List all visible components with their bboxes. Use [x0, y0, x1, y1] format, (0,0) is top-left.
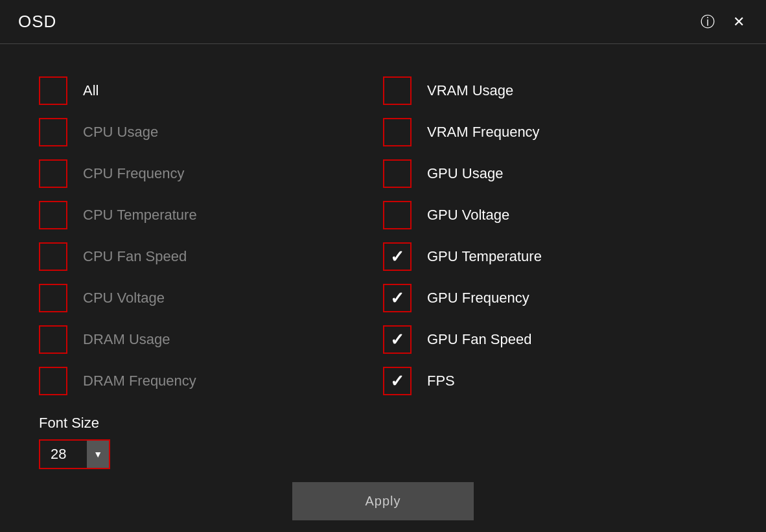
checkbox-label-cpu-voltage: CPU Voltage	[83, 290, 165, 306]
checkbox-row-vram-usage: VRAM Usage	[383, 70, 727, 111]
window-title: OSD	[18, 12, 56, 32]
checkboxes-area: AllCPU UsageCPU FrequencyCPU Temperature…	[39, 70, 727, 402]
font-size-arrow[interactable]: ▼	[87, 441, 109, 468]
checkbox-row-dram-usage: DRAM Usage	[39, 319, 383, 360]
checkbox-row-gpu-fan-speed: ✓GPU Fan Speed	[383, 319, 727, 360]
checkbox-vram-usage[interactable]	[383, 76, 412, 105]
checkbox-label-gpu-temperature: GPU Temperature	[427, 248, 542, 265]
apply-button[interactable]: Apply	[292, 482, 474, 520]
checkbox-gpu-voltage[interactable]	[383, 201, 412, 229]
checkbox-label-fps: FPS	[427, 373, 455, 389]
checkbox-label-gpu-usage: GPU Usage	[427, 165, 503, 182]
checkbox-label-all: All	[83, 82, 99, 99]
checkbox-label-gpu-frequency: GPU Frequency	[427, 290, 529, 306]
checkbox-row-gpu-temperature: ✓GPU Temperature	[383, 236, 727, 277]
checkbox-gpu-fan-speed[interactable]: ✓	[383, 325, 412, 354]
checkbox-label-dram-frequency: DRAM Frequency	[83, 373, 196, 389]
checkbox-row-cpu-temperature: CPU Temperature	[39, 194, 383, 236]
checkbox-row-cpu-frequency: CPU Frequency	[39, 153, 383, 194]
right-column: VRAM UsageVRAM FrequencyGPU UsageGPU Vol…	[383, 70, 727, 402]
checkbox-row-cpu-usage: CPU Usage	[39, 111, 383, 153]
checkbox-label-gpu-voltage: GPU Voltage	[427, 207, 509, 224]
checkbox-dram-usage[interactable]	[39, 325, 67, 354]
checkbox-row-cpu-voltage: CPU Voltage	[39, 277, 383, 319]
checkbox-label-vram-usage: VRAM Usage	[427, 82, 513, 99]
checkbox-label-cpu-fan-speed: CPU Fan Speed	[83, 248, 187, 265]
checkbox-cpu-voltage[interactable]	[39, 284, 67, 312]
checkbox-dram-frequency[interactable]	[39, 367, 67, 395]
checkbox-label-dram-usage: DRAM Usage	[83, 331, 170, 348]
checkbox-cpu-fan-speed[interactable]	[39, 242, 67, 271]
font-size-select[interactable]: 28 ▼	[39, 439, 110, 469]
main-content: AllCPU UsageCPU FrequencyCPU Temperature…	[0, 44, 766, 532]
checkbox-label-gpu-fan-speed: GPU Fan Speed	[427, 331, 531, 348]
checkbox-gpu-temperature[interactable]: ✓	[383, 242, 412, 271]
checkbox-label-cpu-frequency: CPU Frequency	[83, 165, 185, 182]
checkbox-label-vram-frequency: VRAM Frequency	[427, 124, 540, 141]
checkbox-all[interactable]	[39, 76, 67, 105]
checkbox-cpu-frequency[interactable]	[39, 159, 67, 188]
title-bar: OSD ⓘ ✕	[0, 0, 766, 44]
checkbox-row-fps: ✓FPS	[383, 360, 727, 402]
checkbox-cpu-usage[interactable]	[39, 118, 67, 146]
checkbox-row-gpu-voltage: GPU Voltage	[383, 194, 727, 236]
dropdown-arrow-icon: ▼	[93, 449, 102, 459]
checkbox-fps[interactable]: ✓	[383, 367, 412, 395]
checkbox-row-dram-frequency: DRAM Frequency	[39, 360, 383, 402]
checkbox-row-vram-frequency: VRAM Frequency	[383, 111, 727, 153]
checkbox-gpu-frequency[interactable]: ✓	[383, 284, 412, 312]
checkbox-row-gpu-usage: GPU Usage	[383, 153, 727, 194]
checkbox-label-cpu-temperature: CPU Temperature	[83, 207, 197, 224]
font-size-section: Font Size 28 ▼	[39, 415, 727, 469]
checkbox-gpu-usage[interactable]	[383, 159, 412, 188]
info-icon[interactable]: ⓘ	[699, 13, 717, 31]
osd-window: OSD ⓘ ✕ AllCPU UsageCPU FrequencyCPU Tem…	[0, 0, 766, 532]
checkbox-vram-frequency[interactable]	[383, 118, 412, 146]
left-column: AllCPU UsageCPU FrequencyCPU Temperature…	[39, 70, 383, 402]
checkbox-cpu-temperature[interactable]	[39, 201, 67, 229]
checkbox-label-cpu-usage: CPU Usage	[83, 124, 158, 141]
font-size-label: Font Size	[39, 415, 727, 432]
close-icon[interactable]: ✕	[730, 13, 748, 31]
apply-section: Apply	[39, 482, 727, 527]
checkbox-row-gpu-frequency: ✓GPU Frequency	[383, 277, 727, 319]
title-bar-actions: ⓘ ✕	[699, 13, 748, 31]
checkbox-row-cpu-fan-speed: CPU Fan Speed	[39, 236, 383, 277]
font-size-value: 28	[40, 441, 87, 468]
checkbox-row-all: All	[39, 70, 383, 111]
